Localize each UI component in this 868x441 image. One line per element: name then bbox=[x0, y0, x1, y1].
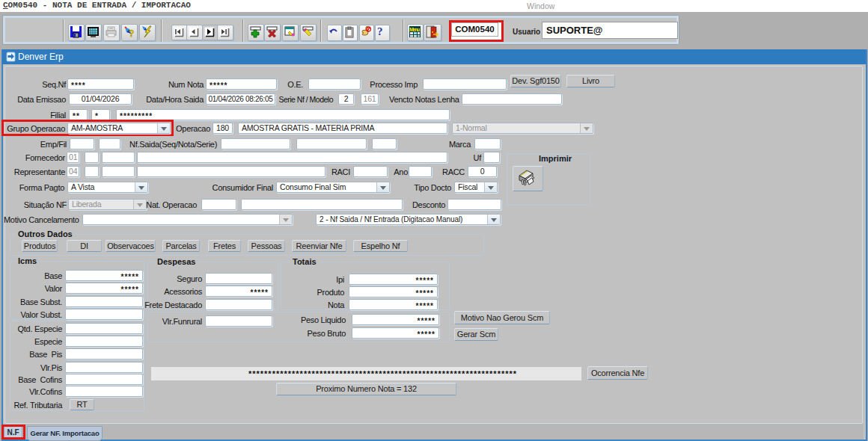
svg-text:?: ? bbox=[129, 28, 134, 38]
svg-text:Menu: Menu bbox=[409, 27, 420, 32]
